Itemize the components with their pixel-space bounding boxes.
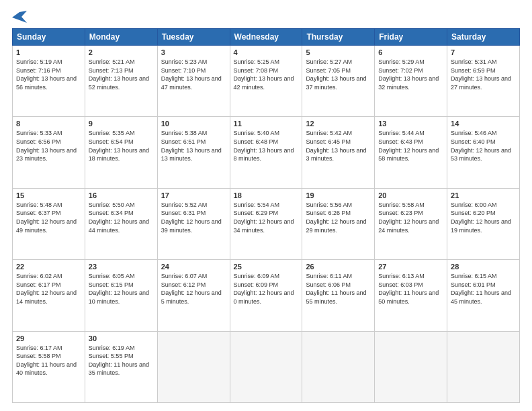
day-detail: Sunrise: 5:19 AMSunset: 7:16 PMDaylight:… — [16, 58, 81, 91]
day-number: 23 — [89, 263, 154, 271]
day-detail: Sunrise: 5:44 AMSunset: 6:43 PMDaylight:… — [378, 129, 443, 163]
day-detail: Sunrise: 5:33 AMSunset: 6:56 PMDaylight:… — [16, 129, 81, 163]
table-row: 10Sunrise: 5:38 AMSunset: 6:51 PMDayligh… — [157, 117, 230, 188]
day-detail: Sunrise: 5:35 AMSunset: 6:54 PMDaylight:… — [89, 129, 154, 163]
logo — [12, 11, 28, 23]
week-row-0: 1Sunrise: 5:19 AMSunset: 7:16 PMDaylight… — [13, 46, 520, 117]
day-detail: Sunrise: 5:40 AMSunset: 6:48 PMDaylight:… — [234, 129, 299, 163]
day-number: 17 — [161, 191, 226, 199]
day-detail: Sunrise: 5:38 AMSunset: 6:51 PMDaylight:… — [161, 129, 226, 163]
table-row: 27Sunrise: 6:13 AMSunset: 6:03 PMDayligh… — [375, 260, 447, 331]
day-detail: Sunrise: 6:17 AMSunset: 5:58 PMDaylight:… — [16, 344, 81, 377]
day-detail: Sunrise: 5:56 AMSunset: 6:26 PMDaylight:… — [306, 201, 371, 234]
table-row: 25Sunrise: 6:09 AMSunset: 6:09 PMDayligh… — [230, 260, 302, 331]
day-number: 15 — [16, 191, 81, 199]
week-row-3: 22Sunrise: 6:02 AMSunset: 6:17 PMDayligh… — [13, 260, 520, 331]
day-number: 7 — [451, 48, 516, 56]
table-row: 19Sunrise: 5:56 AMSunset: 6:26 PMDayligh… — [302, 188, 375, 259]
table-row — [230, 331, 302, 402]
day-number: 5 — [306, 48, 371, 56]
day-number: 19 — [306, 191, 371, 199]
table-row: 24Sunrise: 6:07 AMSunset: 6:12 PMDayligh… — [157, 260, 230, 331]
week-row-4: 29Sunrise: 6:17 AMSunset: 5:58 PMDayligh… — [13, 331, 520, 402]
day-number: 24 — [161, 263, 226, 271]
day-detail: Sunrise: 6:02 AMSunset: 6:17 PMDaylight:… — [16, 272, 81, 306]
day-number: 26 — [306, 263, 371, 271]
table-row: 6Sunrise: 5:29 AMSunset: 7:02 PMDaylight… — [375, 46, 447, 117]
table-row: 29Sunrise: 6:17 AMSunset: 5:58 PMDayligh… — [13, 331, 85, 402]
day-detail: Sunrise: 5:48 AMSunset: 6:37 PMDaylight:… — [16, 201, 81, 234]
day-detail: Sunrise: 5:52 AMSunset: 6:31 PMDaylight:… — [161, 201, 226, 234]
day-detail: Sunrise: 6:09 AMSunset: 6:09 PMDaylight:… — [234, 272, 299, 306]
day-number: 16 — [89, 191, 154, 199]
day-detail: Sunrise: 6:07 AMSunset: 6:12 PMDaylight:… — [161, 272, 226, 306]
day-detail: Sunrise: 5:27 AMSunset: 7:05 PMDaylight:… — [306, 58, 371, 91]
day-number: 14 — [451, 120, 516, 128]
day-number: 20 — [378, 191, 443, 199]
table-row: 16Sunrise: 5:50 AMSunset: 6:34 PMDayligh… — [85, 188, 157, 259]
table-row: 23Sunrise: 6:05 AMSunset: 6:15 PMDayligh… — [85, 260, 157, 331]
day-number: 6 — [378, 48, 443, 56]
col-wednesday: Wednesday — [230, 29, 302, 46]
week-row-1: 8Sunrise: 5:33 AMSunset: 6:56 PMDaylight… — [13, 117, 520, 188]
day-number: 22 — [16, 263, 81, 271]
table-row: 4Sunrise: 5:25 AMSunset: 7:08 PMDaylight… — [230, 46, 302, 117]
svg-marker-0 — [12, 11, 27, 23]
page: Sunday Monday Tuesday Wednesday Thursday… — [0, 0, 532, 411]
col-tuesday: Tuesday — [157, 29, 230, 46]
table-row: 17Sunrise: 5:52 AMSunset: 6:31 PMDayligh… — [157, 188, 230, 259]
table-row: 26Sunrise: 6:11 AMSunset: 6:06 PMDayligh… — [302, 260, 375, 331]
day-number: 27 — [378, 263, 443, 271]
day-number: 1 — [16, 48, 81, 56]
day-number: 21 — [451, 191, 516, 199]
calendar: Sunday Monday Tuesday Wednesday Thursday… — [12, 28, 520, 403]
table-row: 14Sunrise: 5:46 AMSunset: 6:40 PMDayligh… — [447, 117, 520, 188]
day-number: 10 — [161, 120, 226, 128]
table-row: 12Sunrise: 5:42 AMSunset: 6:45 PMDayligh… — [302, 117, 375, 188]
day-number: 8 — [16, 120, 81, 128]
table-row: 1Sunrise: 5:19 AMSunset: 7:16 PMDaylight… — [13, 46, 85, 117]
day-number: 30 — [89, 334, 154, 342]
day-detail: Sunrise: 6:15 AMSunset: 6:01 PMDaylight:… — [451, 272, 516, 306]
table-row: 3Sunrise: 5:23 AMSunset: 7:10 PMDaylight… — [157, 46, 230, 117]
day-detail: Sunrise: 5:46 AMSunset: 6:40 PMDaylight:… — [451, 129, 516, 163]
day-detail: Sunrise: 6:11 AMSunset: 6:06 PMDaylight:… — [306, 272, 371, 306]
day-detail: Sunrise: 5:58 AMSunset: 6:23 PMDaylight:… — [378, 201, 443, 234]
col-friday: Friday — [375, 29, 447, 46]
day-detail: Sunrise: 5:31 AMSunset: 6:59 PMDaylight:… — [451, 58, 516, 91]
calendar-table: Sunday Monday Tuesday Wednesday Thursday… — [12, 28, 520, 403]
day-number: 13 — [378, 120, 443, 128]
col-monday: Monday — [85, 29, 157, 46]
day-number: 3 — [161, 48, 226, 56]
table-row: 30Sunrise: 6:19 AMSunset: 5:55 PMDayligh… — [85, 331, 157, 402]
col-sunday: Sunday — [13, 29, 85, 46]
header — [12, 11, 520, 23]
table-row: 18Sunrise: 5:54 AMSunset: 6:29 PMDayligh… — [230, 188, 302, 259]
table-row: 22Sunrise: 6:02 AMSunset: 6:17 PMDayligh… — [13, 260, 85, 331]
logo-bird-icon — [12, 11, 27, 23]
day-number: 25 — [234, 263, 299, 271]
day-detail: Sunrise: 5:25 AMSunset: 7:08 PMDaylight:… — [234, 58, 299, 91]
day-number: 11 — [234, 120, 299, 128]
table-row: 15Sunrise: 5:48 AMSunset: 6:37 PMDayligh… — [13, 188, 85, 259]
day-detail: Sunrise: 6:19 AMSunset: 5:55 PMDaylight:… — [89, 344, 154, 377]
table-row — [447, 331, 520, 402]
table-row: 20Sunrise: 5:58 AMSunset: 6:23 PMDayligh… — [375, 188, 447, 259]
day-number: 18 — [234, 191, 299, 199]
day-number: 29 — [16, 334, 81, 342]
table-row: 5Sunrise: 5:27 AMSunset: 7:05 PMDaylight… — [302, 46, 375, 117]
header-row: Sunday Monday Tuesday Wednesday Thursday… — [13, 29, 520, 46]
day-detail: Sunrise: 5:54 AMSunset: 6:29 PMDaylight:… — [234, 201, 299, 234]
day-detail: Sunrise: 5:21 AMSunset: 7:13 PMDaylight:… — [89, 58, 154, 91]
table-row: 11Sunrise: 5:40 AMSunset: 6:48 PMDayligh… — [230, 117, 302, 188]
table-row — [302, 331, 375, 402]
col-thursday: Thursday — [302, 29, 375, 46]
table-row — [375, 331, 447, 402]
table-row: 21Sunrise: 6:00 AMSunset: 6:20 PMDayligh… — [447, 188, 520, 259]
day-detail: Sunrise: 5:29 AMSunset: 7:02 PMDaylight:… — [378, 58, 443, 91]
day-detail: Sunrise: 6:05 AMSunset: 6:15 PMDaylight:… — [89, 272, 154, 306]
calendar-body: 1Sunrise: 5:19 AMSunset: 7:16 PMDaylight… — [13, 46, 520, 403]
day-detail: Sunrise: 5:42 AMSunset: 6:45 PMDaylight:… — [306, 129, 371, 163]
day-detail: Sunrise: 5:50 AMSunset: 6:34 PMDaylight:… — [89, 201, 154, 234]
table-row: 2Sunrise: 5:21 AMSunset: 7:13 PMDaylight… — [85, 46, 157, 117]
